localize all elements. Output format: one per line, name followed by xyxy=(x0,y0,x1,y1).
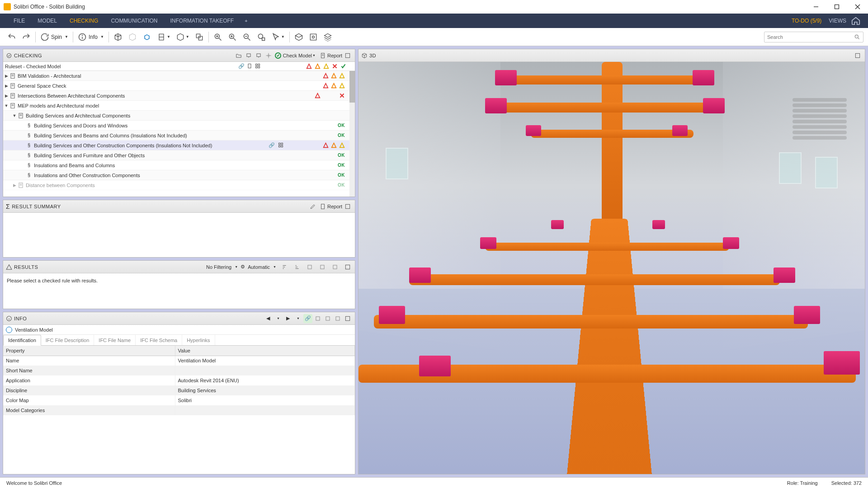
automatic-label[interactable]: Automatic xyxy=(248,264,270,270)
section-button[interactable] xyxy=(292,28,306,46)
search-input[interactable] xyxy=(767,34,854,40)
zoom-window-button[interactable] xyxy=(254,28,269,46)
cube-transparent-button[interactable] xyxy=(192,28,207,46)
layers-button[interactable] xyxy=(321,28,335,46)
search-box[interactable] xyxy=(764,32,863,42)
nav-next-button[interactable]: ▶ xyxy=(283,314,292,323)
cube-solid-button[interactable] xyxy=(111,28,125,46)
menu-file[interactable]: FILE xyxy=(7,14,31,28)
spin-button[interactable]: Spin▼ xyxy=(38,28,71,46)
property-row[interactable]: ApplicationAutodesk Revit 2014 (ENU) xyxy=(3,375,355,385)
property-row[interactable]: NameVentilation Model xyxy=(3,356,355,366)
nav-prev-button[interactable]: ▼ xyxy=(274,314,283,323)
rule-tree-row[interactable]: §Building Services and Other Constructio… xyxy=(3,141,349,150)
summary-edit-button[interactable] xyxy=(308,202,317,211)
info-box1-button[interactable] xyxy=(313,314,322,323)
rule-tree-row[interactable]: §Building Services and Beams and Columns… xyxy=(3,131,349,141)
close-button[interactable] xyxy=(847,0,868,14)
rule-tree-row[interactable]: §Insulations and Beams and ColumnsOK xyxy=(3,160,349,170)
menu-checking[interactable]: CHECKING xyxy=(63,14,104,28)
ruleset-header-label: Ruleset - Checked Model xyxy=(5,64,238,69)
undo-button[interactable] xyxy=(5,28,19,46)
cube-iso-button[interactable]: ▼ xyxy=(173,28,192,46)
summary-layout-button[interactable] xyxy=(343,202,352,211)
info-subject: Ventilation Model xyxy=(15,327,53,333)
3d-viewport[interactable] xyxy=(359,62,865,474)
rule-tree-row[interactable]: §Insulations and Other Construction Comp… xyxy=(3,170,349,180)
search-icon[interactable] xyxy=(854,34,860,40)
info-tab[interactable]: Identification xyxy=(3,335,41,346)
redo-button[interactable] xyxy=(19,28,33,46)
clipping-button[interactable] xyxy=(306,28,321,46)
results-box1-button[interactable] xyxy=(305,263,314,272)
info-tab[interactable]: IFC File Description xyxy=(41,335,94,345)
minimize-button[interactable] xyxy=(806,0,826,14)
presentation-down-button[interactable] xyxy=(254,51,263,60)
no-filtering-label[interactable]: No Filtering xyxy=(206,264,231,270)
property-row[interactable]: Color MapSolibri xyxy=(3,395,355,405)
zoom-in-button[interactable] xyxy=(225,28,240,46)
views-link[interactable]: VIEWS xyxy=(829,18,846,24)
menu-model[interactable]: MODEL xyxy=(31,14,63,28)
menu-information-takeoff[interactable]: INFORMATION TAKEOFF xyxy=(164,14,240,28)
sort-asc-button[interactable] xyxy=(280,263,289,272)
sigma-icon: Σ xyxy=(6,203,10,210)
svg-point-21 xyxy=(312,36,314,38)
nav-last-button[interactable]: ▼ xyxy=(293,314,302,323)
menubar: FILE MODEL CHECKING COMMUNICATION INFORM… xyxy=(0,14,868,28)
info-box3-button[interactable] xyxy=(333,314,342,323)
summary-report-icon[interactable] xyxy=(318,202,327,211)
results-box3-button[interactable] xyxy=(330,263,340,272)
rule-tree-row[interactable]: ▼MEP models and Architectural model xyxy=(3,101,349,111)
home-icon[interactable] xyxy=(851,16,861,26)
grid-icon[interactable] xyxy=(255,63,261,70)
info-box2-button[interactable] xyxy=(323,314,332,323)
rule-tree-row[interactable]: ▶Distance between ComponentsOK xyxy=(3,180,349,190)
rule-tree-row[interactable]: ▶General Space Check xyxy=(3,81,349,91)
rule-tree-row[interactable]: ▼Building Services and Architectual Comp… xyxy=(3,111,349,121)
property-row[interactable]: DisciplineBuilding Services xyxy=(3,385,355,395)
zoom-fit-button[interactable] xyxy=(211,28,225,46)
info-tab[interactable]: IFC File Schema xyxy=(136,335,182,345)
cube-wire-button[interactable] xyxy=(125,28,140,46)
link-icon[interactable]: 🔗 xyxy=(238,63,245,70)
settings-icon[interactable] xyxy=(264,51,273,60)
column-value[interactable]: Value xyxy=(175,346,355,356)
info-tab[interactable]: IFC File Name xyxy=(94,335,136,345)
info-link-button[interactable]: 🔗 xyxy=(303,314,312,323)
svg-rect-54 xyxy=(279,143,281,145)
cube-small-button[interactable] xyxy=(140,28,154,46)
rule-tree-row[interactable]: §Building Services and Doors and Windows… xyxy=(3,121,349,131)
panel-layout-button[interactable] xyxy=(343,51,352,60)
property-row[interactable]: Short Name xyxy=(3,366,355,375)
app-icon xyxy=(4,3,11,10)
rule-tree-row[interactable]: ▶Intersections Between Architectural Com… xyxy=(3,91,349,101)
todo-link[interactable]: TO-DO (5/9) xyxy=(792,18,821,24)
select-button[interactable]: ▼ xyxy=(269,28,288,46)
nav-first-button[interactable]: ◀ xyxy=(264,314,273,323)
open-ruleset-button[interactable] xyxy=(234,51,243,60)
doc-icon[interactable] xyxy=(246,63,253,70)
report-label[interactable]: Report xyxy=(327,53,342,58)
zoom-out-button[interactable] xyxy=(240,28,254,46)
info-layout-button[interactable] xyxy=(343,314,352,323)
info-tab[interactable]: Hyperlinks xyxy=(182,335,215,345)
checking-scrollbar[interactable] xyxy=(349,71,355,197)
3d-layout-button[interactable] xyxy=(853,51,862,60)
presentation-button[interactable] xyxy=(244,51,253,60)
property-row[interactable]: Model Categories xyxy=(3,405,355,415)
maximize-button[interactable] xyxy=(826,0,847,14)
menu-add-tab[interactable]: + xyxy=(240,18,252,23)
report-button[interactable] xyxy=(318,51,327,60)
info-button[interactable]: Info▼ xyxy=(75,28,107,46)
check-model-button[interactable]: Check Model▼ xyxy=(275,52,316,59)
rule-tree-row[interactable]: ▶BIM Validation - Architectural xyxy=(3,71,349,81)
results-box2-button[interactable] xyxy=(318,263,327,272)
menu-communication[interactable]: COMMUNICATION xyxy=(104,14,164,28)
results-layout-button[interactable] xyxy=(343,263,352,272)
column-property[interactable]: Property xyxy=(3,346,175,356)
cube-cut-button[interactable]: ▼ xyxy=(154,28,173,46)
summary-report-label[interactable]: Report xyxy=(327,204,342,209)
sort-desc-button[interactable] xyxy=(292,263,302,272)
rule-tree-row[interactable]: §Building Services and Furniture and Oth… xyxy=(3,150,349,160)
